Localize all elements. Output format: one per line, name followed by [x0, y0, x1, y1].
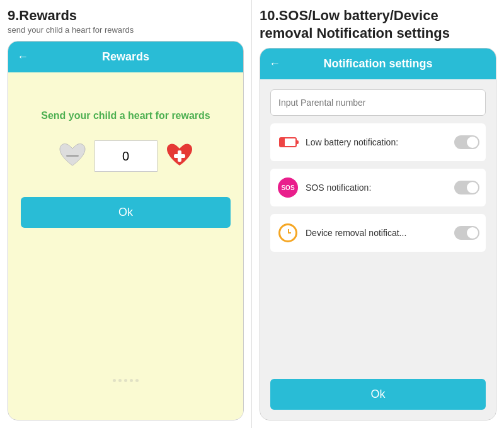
low-battery-label: Low battery notification: — [306, 137, 448, 147]
sos-label: SOS notification: — [306, 183, 448, 193]
right-back-button[interactable]: ← — [269, 57, 280, 70]
heart-controls: 0 — [57, 140, 195, 172]
sos-toggle[interactable] — [454, 181, 479, 194]
increment-heart-button[interactable] — [164, 140, 195, 172]
battery-icon — [277, 131, 299, 154]
left-section-subtitle: send your child a heart for rewards — [8, 25, 244, 35]
right-phone-header: ← Notification settings — [260, 48, 496, 79]
sos-icon: SOS — [277, 176, 299, 199]
parental-number-input[interactable] — [270, 89, 486, 116]
sos-notification-row: SOS SOS notification: — [270, 169, 486, 206]
right-ok-button[interactable]: Ok — [270, 379, 486, 410]
low-battery-toggle[interactable] — [454, 135, 479, 149]
decrement-heart-button[interactable] — [57, 140, 88, 172]
right-panel: 10.SOS/Low battery/Device removal Notifi… — [252, 0, 504, 428]
right-phone-body: Low battery notification: SOS SOS notifi… — [260, 79, 496, 420]
left-section-title: 9.Rewards — [8, 8, 244, 24]
right-section-title: 10.SOS/Low battery/Device — [260, 8, 496, 24]
left-phone-body: Send your child a heart for rewards 0 — [8, 72, 243, 420]
low-battery-notification-row: Low battery notification: — [270, 123, 486, 161]
svg-rect-0 — [66, 155, 79, 157]
left-ok-button[interactable]: Ok — [21, 197, 231, 228]
right-section-title2: removal Notification settings — [260, 25, 496, 42]
left-back-button[interactable]: ← — [17, 50, 28, 64]
clock-icon — [277, 222, 299, 244]
decorative-dots — [8, 379, 243, 382]
right-header-title: Notification settings — [269, 57, 487, 70]
device-removal-label: Device removal notificat... — [306, 228, 448, 238]
left-phone-header: ← Rewards — [8, 42, 243, 72]
svg-rect-2 — [174, 154, 185, 158]
device-removal-notification-row: Device removal notificat... — [270, 214, 486, 252]
left-panel: 9.Rewards send your child a heart for re… — [0, 0, 252, 428]
left-phone-frame: ← Rewards Send your child a heart for re… — [8, 41, 244, 420]
left-header-title: Rewards — [17, 50, 234, 64]
right-phone-frame: ← Notification settings Low battery noti… — [260, 48, 496, 420]
heart-count-display: 0 — [94, 140, 158, 172]
rewards-prompt-text: Send your child a heart for rewards — [41, 110, 210, 121]
device-removal-toggle[interactable] — [454, 226, 479, 240]
